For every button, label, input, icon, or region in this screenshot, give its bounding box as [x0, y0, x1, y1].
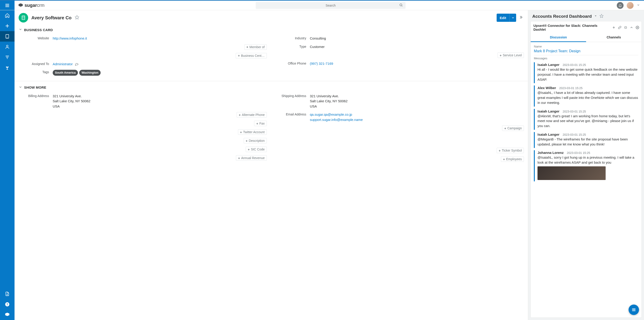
search-input[interactable] — [258, 4, 403, 7]
add-business-center[interactable]: +Business Cent… — [236, 53, 266, 58]
sprout-icon — [5, 65, 10, 70]
dashlet-settings[interactable] — [636, 26, 639, 29]
star-icon — [600, 14, 604, 18]
add-service-level[interactable]: +Service Level — [498, 53, 524, 58]
dashboard-picker[interactable] — [594, 14, 597, 19]
field-office-phone: Office Phone (997) 321-7169 — [276, 60, 524, 68]
link-icon — [618, 26, 622, 29]
svg-text:?: ? — [6, 303, 8, 306]
field-website: Website http://www.infophone.it — [18, 34, 267, 43]
gear-icon — [636, 26, 639, 29]
bell-icon — [618, 4, 622, 7]
user-avatar[interactable] — [627, 2, 634, 9]
chevron-down-icon — [512, 16, 514, 19]
notifications-button[interactable] — [617, 2, 624, 9]
collapse-sidepanel-button[interactable] — [518, 15, 524, 21]
brand-logo[interactable]: sugarcrm — [18, 3, 44, 8]
add-annual-revenue[interactable]: +Annual Revenue — [236, 155, 266, 161]
office-phone-link[interactable]: (997) 321-7169 — [310, 62, 333, 66]
nav-create[interactable] — [0, 21, 14, 31]
tab-channels[interactable]: Channels — [586, 33, 642, 42]
add-member-of[interactable]: +Member of — [244, 44, 267, 50]
side-nav: ? — [0, 10, 14, 320]
dashboard-title: Accounts Record Dashboard — [532, 14, 592, 19]
person-icon — [5, 44, 10, 49]
caret-down-icon — [594, 14, 597, 18]
svg-point-37 — [637, 27, 638, 28]
nav-home[interactable] — [0, 10, 14, 21]
document-icon — [5, 291, 10, 296]
section-toggle-show-more[interactable]: SHOW MORE — [18, 82, 524, 92]
field-tags: Tags South AmericaWashington — [18, 68, 267, 77]
add-sic-code[interactable]: +SIC Code — [246, 147, 266, 152]
section-toggle-business-card[interactable]: BUSINESS CARD — [18, 24, 524, 34]
svg-point-16 — [6, 45, 8, 47]
favorite-toggle[interactable] — [75, 15, 79, 21]
nav-leads[interactable] — [0, 63, 14, 73]
edit-button[interactable]: Edit — [496, 14, 516, 22]
nav-contacts[interactable] — [0, 42, 14, 52]
add-description[interactable]: +Description — [244, 138, 267, 143]
channel-link[interactable]: Mark 8 Project Team: Design — [534, 49, 580, 53]
nav-documents[interactable] — [0, 289, 14, 299]
nav-modules[interactable] — [0, 309, 14, 320]
add-employees[interactable]: +Employees — [501, 156, 524, 162]
website-link[interactable]: http://www.infophone.it — [53, 36, 87, 40]
message: Alex Wilber2023-03-01 15:25@IsaiahL, I h… — [534, 86, 638, 106]
chat-icon[interactable] — [75, 63, 78, 66]
field-email: Email Address qa.sugar.qa@example.co.jps… — [276, 110, 524, 124]
svg-point-3 — [400, 4, 402, 6]
plus-icon — [5, 24, 10, 29]
dashboard-panel: Accounts Record Dashboard Upsert® Connec… — [528, 10, 644, 320]
assigned-to-link[interactable]: Administrator — [53, 62, 73, 66]
dashlet-compress[interactable] — [624, 26, 628, 29]
message-timestamp: 2023-03-01 15:25 — [563, 133, 586, 136]
add-fax[interactable]: +Fax — [254, 121, 266, 126]
user-menu-caret[interactable] — [637, 4, 640, 8]
dashlet-collapse[interactable] — [630, 26, 633, 29]
email-link[interactable]: support.sugar.info@example.name — [310, 118, 363, 122]
add-twitter[interactable]: +Twitter Account — [238, 129, 267, 135]
add-alternate-phone[interactable]: +Alternate Phone — [236, 112, 266, 118]
svg-marker-33 — [595, 16, 596, 16]
section-business-card: BUSINESS CARD Website http://www.infopho… — [14, 24, 528, 80]
svg-marker-34 — [600, 14, 603, 18]
svg-point-29 — [24, 18, 24, 18]
message-attachment-image[interactable] — [538, 166, 606, 180]
message-body: @MeganB - The wireframes for the site pr… — [538, 137, 638, 147]
brand-suffix: crm — [37, 3, 44, 8]
add-campaign[interactable]: +Campaign — [502, 125, 524, 131]
tab-discussion[interactable]: Discussion — [531, 33, 586, 42]
edit-dropdown[interactable] — [509, 14, 516, 22]
email-link[interactable]: qa.sugar.qa@example.co.jp — [310, 113, 352, 116]
global-search[interactable] — [256, 2, 406, 9]
message-body: @IsaiahL, sorry I got hung up in a previ… — [538, 155, 638, 165]
svg-line-4 — [402, 6, 402, 6]
compress-icon — [624, 26, 628, 29]
main-menu-toggle[interactable] — [0, 1, 14, 10]
svg-marker-32 — [75, 16, 79, 19]
building-icon — [21, 15, 26, 20]
record-view: Avery Software Co Edit BUSINESS CARD — [14, 10, 528, 320]
nav-filter[interactable] — [0, 52, 14, 63]
fab-button[interactable] — [628, 304, 639, 315]
message: Isaiah Langer2023-03-01 15:25@MeganB - T… — [534, 132, 638, 148]
dashlet-add[interactable] — [612, 26, 616, 29]
add-ticker[interactable]: +Ticker Symbol — [496, 148, 524, 153]
chevron-down-icon — [18, 28, 22, 31]
svg-rect-7 — [6, 35, 9, 39]
nav-accounts[interactable] — [0, 31, 14, 42]
stack-icon — [5, 312, 10, 317]
star-icon — [75, 15, 79, 20]
tag[interactable]: Washington — [79, 70, 100, 76]
field-billing-address: Billing Address 321 University Ave. Salt… — [18, 92, 267, 111]
nav-help[interactable]: ? — [0, 299, 14, 309]
field-shipping-address: Shipping Address 321 University Ave. Sal… — [276, 92, 524, 111]
tag[interactable]: South America — [53, 70, 78, 76]
message-author: Isaiah Langer — [538, 63, 560, 67]
dashlet-link[interactable] — [618, 26, 622, 29]
svg-point-26 — [23, 17, 23, 17]
dashboard-favorite[interactable] — [600, 14, 604, 19]
message-author: Isaiah Langer — [538, 109, 560, 113]
message-author: Johanna Lorenz — [538, 151, 564, 155]
